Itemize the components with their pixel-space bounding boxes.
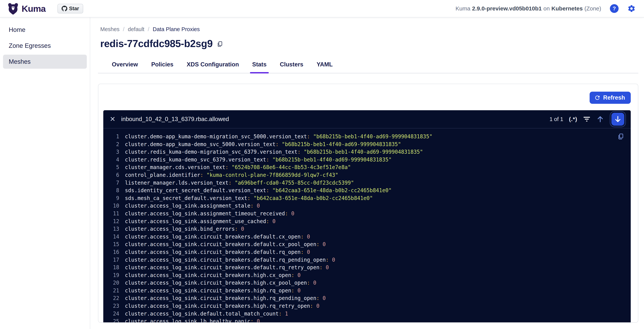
tab-bar: Overview Policies XDS Configuration Stat… bbox=[98, 61, 638, 73]
stats-code-panel: ✕ 1 of 1 (.*) bbox=[103, 110, 631, 323]
code-line: 21cluster.access_log_sink.circuit_breake… bbox=[110, 287, 623, 294]
copy-stats-button[interactable] bbox=[618, 133, 624, 140]
star-label: Star bbox=[69, 6, 79, 12]
sidebar-item-home[interactable]: Home bbox=[3, 23, 87, 37]
breadcrumb-separator: / bbox=[123, 26, 124, 33]
code-line: 14cluster.access_log_sink.circuit_breake… bbox=[110, 233, 623, 241]
version-platform: Kubernetes bbox=[552, 5, 583, 12]
code-line: 1cluster.demo-app_kuma-demo-migration_sv… bbox=[110, 133, 623, 140]
code-line: 25cluster.access_log_sink.lb_healthy_pan… bbox=[110, 317, 623, 323]
code-line: 11cluster.access_log_sink.assignment_tim… bbox=[110, 210, 623, 217]
version-zone: (Zone) bbox=[584, 5, 601, 12]
sidebar: Home Zone Egresses Meshes bbox=[0, 18, 90, 329]
filter-lines-icon bbox=[583, 116, 590, 122]
gear-icon bbox=[627, 4, 636, 13]
version-on: on bbox=[543, 5, 550, 12]
code-line: 20cluster.access_log_sink.circuit_breake… bbox=[110, 279, 623, 287]
code-line: 15cluster.access_log_sink.circuit_breake… bbox=[110, 240, 623, 248]
code-line: 7listener_manager.lds.version_text: "a69… bbox=[110, 179, 623, 187]
stats-search-bar: ✕ 1 of 1 (.*) bbox=[103, 110, 631, 128]
tab-overview[interactable]: Overview bbox=[111, 61, 139, 73]
help-button[interactable]: ? bbox=[610, 4, 618, 13]
refresh-label: Refresh bbox=[603, 94, 625, 101]
tab-yaml[interactable]: YAML bbox=[316, 61, 333, 73]
previous-match-button[interactable] bbox=[596, 115, 604, 123]
breadcrumb: Meshes / default / Data Plane Proxies bbox=[100, 26, 638, 33]
filter-mode-button[interactable] bbox=[583, 116, 590, 122]
tab-clusters[interactable]: Clusters bbox=[279, 61, 304, 73]
breadcrumb-link-meshes[interactable]: Meshes bbox=[100, 26, 120, 33]
code-line: 5cluster_manager.cds.version_text: "6524… bbox=[110, 163, 623, 171]
sidebar-item-meshes[interactable]: Meshes bbox=[3, 55, 87, 69]
refresh-icon bbox=[594, 95, 600, 101]
code-line: 16cluster.access_log_sink.circuit_breake… bbox=[110, 248, 623, 256]
regex-icon: (.*) bbox=[569, 116, 577, 122]
github-star-button[interactable]: Star bbox=[58, 4, 84, 14]
breadcrumb-separator: / bbox=[148, 26, 149, 33]
version-prefix: Kuma bbox=[456, 5, 470, 12]
app-header: Kuma Star Kuma 2.9.0-preview.vd05b010b1 … bbox=[0, 0, 644, 18]
tab-policies[interactable]: Policies bbox=[150, 61, 174, 73]
code-line: 3cluster.redis_kuma-demo-migration_svc_6… bbox=[110, 148, 623, 156]
kuma-bear-icon bbox=[8, 3, 18, 15]
code-line: 22cluster.access_log_sink.circuit_breake… bbox=[110, 294, 623, 302]
next-match-button[interactable] bbox=[612, 113, 624, 126]
code-line: 24cluster.access_log_sink.default.total_… bbox=[110, 310, 623, 317]
clear-filter-button[interactable]: ✕ bbox=[110, 116, 116, 123]
logo-text: Kuma bbox=[22, 4, 46, 14]
version-info: Kuma 2.9.0-preview.vd05b010b1 on Kuberne… bbox=[456, 5, 601, 12]
code-line: 23cluster.access_log_sink.circuit_breake… bbox=[110, 302, 623, 310]
version-number: 2.9.0-preview.vd05b010b1 bbox=[472, 5, 542, 12]
tab-stats[interactable]: Stats bbox=[252, 61, 268, 73]
page-title: redis-77cdfdc985-b2sg9 bbox=[100, 38, 213, 49]
code-line: 18cluster.access_log_sink.circuit_breake… bbox=[110, 263, 623, 271]
help-icon: ? bbox=[610, 4, 618, 13]
code-line: 10cluster.access_log_sink.assignment_sta… bbox=[110, 202, 623, 210]
copy-name-button[interactable] bbox=[217, 41, 223, 48]
copy-icon bbox=[618, 133, 624, 140]
kuma-logo[interactable]: Kuma bbox=[8, 3, 46, 15]
main-content: Meshes / default / Data Plane Proxies re… bbox=[90, 18, 644, 329]
filter-input[interactable] bbox=[121, 116, 544, 123]
close-icon: ✕ bbox=[110, 115, 116, 123]
code-line: 17cluster.access_log_sink.circuit_breake… bbox=[110, 256, 623, 264]
stats-card: Refresh ✕ 1 of 1 (.*) bbox=[98, 84, 638, 323]
tab-xds-configuration[interactable]: XDS Configuration bbox=[186, 61, 240, 73]
settings-button[interactable] bbox=[627, 4, 636, 13]
arrow-up-icon bbox=[596, 115, 604, 123]
code-line: 8sds.identity_cert_secret_default.versio… bbox=[110, 186, 623, 194]
copy-icon bbox=[217, 41, 223, 48]
code-line: 9sds.mesh_ca_secret_default.version_text… bbox=[110, 194, 623, 202]
code-line: 4cluster.redis_kuma-demo_svc_6379.versio… bbox=[110, 156, 623, 164]
arrow-down-icon bbox=[614, 115, 622, 123]
code-line: 6control_plane.identifier: "kuma-control… bbox=[110, 171, 623, 179]
breadcrumb-link-default[interactable]: default bbox=[128, 26, 144, 33]
github-icon bbox=[62, 6, 67, 12]
match-counter: 1 of 1 bbox=[550, 116, 563, 122]
refresh-button[interactable]: Refresh bbox=[590, 92, 631, 104]
regex-toggle-button[interactable]: (.*) bbox=[569, 116, 577, 122]
breadcrumb-current: Data Plane Proxies bbox=[153, 26, 200, 33]
code-line: 19cluster.access_log_sink.circuit_breake… bbox=[110, 271, 623, 279]
code-line: 2cluster.demo-app_kuma-demo_svc_5000.ver… bbox=[110, 140, 623, 148]
code-line: 12cluster.access_log_sink.assignment_use… bbox=[110, 217, 623, 225]
code-block: 1cluster.demo-app_kuma-demo-migration_sv… bbox=[103, 128, 631, 323]
sidebar-item-zone-egresses[interactable]: Zone Egresses bbox=[3, 39, 87, 53]
code-line: 13cluster.access_log_sink.bind_errors: 0 bbox=[110, 225, 623, 233]
